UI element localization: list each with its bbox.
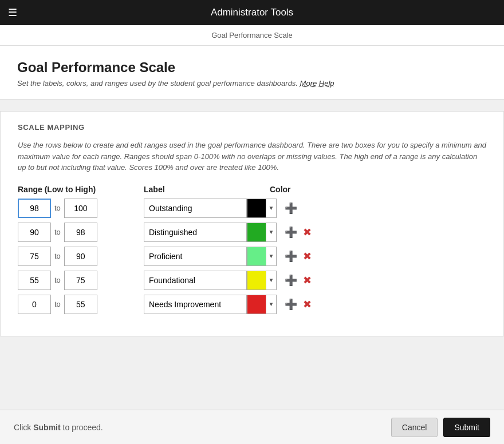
range-min-input-0[interactable] xyxy=(18,199,51,218)
table-row: to ▼ ➕ ✖ xyxy=(18,271,486,290)
scale-section-description: Use the rows below to create and edit ra… xyxy=(18,140,486,173)
range-min-input-1[interactable] xyxy=(18,223,51,242)
footer-note: Click Submit to proceed. xyxy=(14,423,103,432)
submit-button[interactable]: Submit xyxy=(443,418,490,437)
remove-row-button-2[interactable]: ✖ xyxy=(301,250,313,263)
cancel-button[interactable]: Cancel xyxy=(391,418,438,437)
page-subtitle: Set the labels, colors, and ranges used … xyxy=(17,79,487,88)
color-swatch-0 xyxy=(247,199,266,217)
color-select-2[interactable]: ▼ xyxy=(247,247,277,266)
table-header-row: Range (Low to High) Label Color xyxy=(18,185,486,194)
range-max-input-3[interactable] xyxy=(64,271,97,290)
add-row-button-2[interactable]: ➕ xyxy=(285,250,297,263)
label-input-4[interactable] xyxy=(144,295,247,314)
range-max-input-2[interactable] xyxy=(64,247,97,266)
range-to-3: to xyxy=(54,276,61,284)
color-arrow-0: ▼ xyxy=(266,199,276,217)
color-arrow-2: ▼ xyxy=(266,247,276,265)
range-to-1: to xyxy=(54,228,61,236)
add-row-button-0[interactable]: ➕ xyxy=(285,202,297,215)
range-min-input-3[interactable] xyxy=(18,271,51,290)
range-to-2: to xyxy=(54,252,61,260)
color-arrow-1: ▼ xyxy=(266,223,276,241)
color-swatch-1 xyxy=(247,223,266,241)
breadcrumb-label: Goal Performance Scale xyxy=(211,31,293,39)
table-row: to ▼ ➕ ✖ xyxy=(18,247,486,266)
col-label-header: Label xyxy=(144,185,258,194)
subtitle-text: Set the labels, colors, and ranges used … xyxy=(17,79,298,88)
range-max-input-0[interactable] xyxy=(64,199,97,218)
action-icons-4: ➕ ✖ xyxy=(285,298,313,311)
color-swatch-3 xyxy=(247,271,266,290)
scale-section: SCALE MAPPING Use the rows below to crea… xyxy=(0,111,504,336)
col-range-header: Range (Low to High) xyxy=(18,185,132,194)
footer-note-bold: Submit xyxy=(33,423,60,432)
label-input-3[interactable] xyxy=(144,271,247,290)
color-arrow-4: ▼ xyxy=(266,295,276,314)
top-bar: ☰ Administrator Tools xyxy=(0,0,504,25)
range-inputs-2: to xyxy=(18,247,132,266)
action-icons-2: ➕ ✖ xyxy=(285,250,313,263)
label-input-2[interactable] xyxy=(144,247,247,266)
range-to-0: to xyxy=(54,204,61,212)
add-row-button-1[interactable]: ➕ xyxy=(285,226,297,239)
range-min-input-4[interactable] xyxy=(18,295,51,314)
table-rows-container: to ▼ ➕ to ▼ ➕ xyxy=(18,199,486,314)
color-swatch-4 xyxy=(247,295,266,314)
action-icons-0: ➕ xyxy=(285,202,297,215)
page-header: Goal Performance Scale Set the labels, c… xyxy=(0,46,504,100)
footer-bar: Click Submit to proceed. Cancel Submit xyxy=(0,410,504,444)
add-row-button-3[interactable]: ➕ xyxy=(285,274,297,287)
range-inputs-1: to xyxy=(18,223,132,242)
label-input-0[interactable] xyxy=(144,199,247,218)
menu-icon[interactable]: ☰ xyxy=(8,6,17,19)
more-help-link[interactable]: More Help xyxy=(300,79,334,88)
action-icons-3: ➕ ✖ xyxy=(285,274,313,287)
range-max-input-4[interactable] xyxy=(64,295,97,314)
color-select-0[interactable]: ▼ xyxy=(247,199,277,218)
range-inputs-4: to xyxy=(18,295,132,314)
scale-section-heading: SCALE MAPPING xyxy=(18,123,486,132)
range-to-4: to xyxy=(54,300,61,308)
range-max-input-1[interactable] xyxy=(64,223,97,242)
remove-row-button-1[interactable]: ✖ xyxy=(301,226,313,239)
color-arrow-3: ▼ xyxy=(266,271,276,290)
scale-table: Range (Low to High) Label Color to ▼ ➕ xyxy=(18,185,486,314)
page-title: Goal Performance Scale xyxy=(17,60,487,76)
color-swatch-2 xyxy=(247,247,266,265)
app-title: Administrator Tools xyxy=(211,7,293,18)
remove-row-button-4[interactable]: ✖ xyxy=(301,298,313,311)
remove-row-button-3[interactable]: ✖ xyxy=(301,274,313,287)
footer-buttons: Cancel Submit xyxy=(391,418,490,437)
color-select-3[interactable]: ▼ xyxy=(247,271,277,290)
range-inputs-3: to xyxy=(18,271,132,290)
breadcrumb-bar: Goal Performance Scale xyxy=(0,25,504,46)
label-input-1[interactable] xyxy=(144,223,247,242)
table-row: to ▼ ➕ xyxy=(18,199,486,218)
col-color-header: Color xyxy=(270,185,327,194)
action-icons-1: ➕ ✖ xyxy=(285,226,313,239)
color-select-1[interactable]: ▼ xyxy=(247,223,277,242)
footer-note-suffix: to proceed. xyxy=(61,423,103,432)
table-row: to ▼ ➕ ✖ xyxy=(18,223,486,242)
add-row-button-4[interactable]: ➕ xyxy=(285,298,297,311)
range-min-input-2[interactable] xyxy=(18,247,51,266)
table-row: to ▼ ➕ ✖ xyxy=(18,295,486,314)
footer-note-prefix: Click xyxy=(14,423,33,432)
color-select-4[interactable]: ▼ xyxy=(247,295,277,314)
range-inputs-0: to xyxy=(18,199,132,218)
